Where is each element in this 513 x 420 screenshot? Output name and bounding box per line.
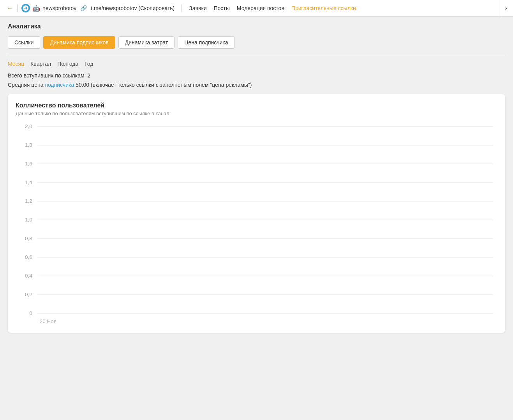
svg-text:1,4: 1,4: [25, 180, 32, 185]
svg-text:0,8: 0,8: [25, 236, 32, 241]
svg-text:0,2: 0,2: [25, 292, 32, 297]
svg-text:2,0: 2,0: [25, 124, 32, 129]
section-divider: [8, 55, 505, 55]
link-icon: 🔗: [80, 5, 87, 11]
total-subscribers-stat: Всего вступивших по ссылкам: 2: [8, 72, 505, 79]
tab-links[interactable]: Ссылки: [8, 36, 40, 49]
svg-text:1,8: 1,8: [25, 142, 32, 148]
bot-icon: 🤖: [32, 5, 40, 12]
chart-svg: 2,0 1,8 1,6 1,4 1,2 1,0 0,8 0,6: [16, 123, 497, 325]
nav-item-posts[interactable]: Посты: [214, 5, 230, 11]
svg-text:1,2: 1,2: [25, 199, 32, 204]
svg-text:0: 0: [29, 311, 32, 316]
tab-buttons: Ссылки Динамика подписчиков Динамика зат…: [8, 36, 505, 49]
svg-text:0,4: 0,4: [25, 273, 32, 279]
page-title: Аналитика: [8, 23, 505, 30]
period-halfyear[interactable]: Полгода: [57, 61, 78, 67]
chart-container: Колличество пользователей Данные только …: [8, 94, 505, 333]
svg-text:1,0: 1,0: [25, 217, 32, 223]
nav-item-invite-links[interactable]: Пригласительные ссылки: [291, 5, 356, 11]
channel-info: 🤖 newsprobotov: [21, 4, 76, 12]
nav-divider-2: [182, 4, 182, 12]
avg-price-stat: Средняя цена подписчика 50.00 (включает …: [8, 82, 505, 88]
nav-links: Заявки Посты Модерация постов Пригласите…: [182, 4, 356, 12]
tab-subscriber-price[interactable]: Цена подписчика: [178, 36, 234, 49]
period-month[interactable]: Месяц: [8, 61, 24, 67]
chart-subtitle: Данные только по пользователям вступивши…: [16, 111, 497, 116]
nav-divider: [17, 4, 18, 12]
back-icon[interactable]: ←: [6, 4, 13, 12]
chart-area: 2,0 1,8 1,6 1,4 1,2 1,0 0,8 0,6: [16, 123, 497, 325]
nav-expand-button[interactable]: ›: [499, 0, 513, 16]
channel-name[interactable]: newsprobotov: [42, 5, 76, 11]
svg-text:1,6: 1,6: [25, 161, 32, 167]
period-year[interactable]: Год: [85, 61, 93, 67]
svg-text:20 Ноя: 20 Ноя: [40, 319, 56, 324]
main-content: Аналитика Ссылки Динамика подписчиков Ди…: [0, 17, 513, 339]
telegram-icon: [21, 4, 30, 12]
tab-cost-dynamics[interactable]: Динамика затрат: [118, 36, 175, 49]
svg-text:0,6: 0,6: [25, 255, 32, 260]
chart-title: Колличество пользователей: [16, 102, 497, 109]
top-nav: ← 🤖 newsprobotov 🔗 t.me/newsprobotov (Ск…: [0, 0, 513, 17]
nav-item-orders[interactable]: Заявки: [189, 5, 206, 11]
period-quarter[interactable]: Квартал: [30, 61, 51, 67]
nav-item-moderation[interactable]: Модерация постов: [237, 5, 284, 11]
channel-link[interactable]: t.me/newsprobotov (Скопировать): [91, 5, 175, 11]
tab-subscriber-dynamics[interactable]: Динамика подписчиков: [43, 36, 115, 49]
period-filter: Месяц Квартал Полгода Год: [8, 61, 505, 67]
